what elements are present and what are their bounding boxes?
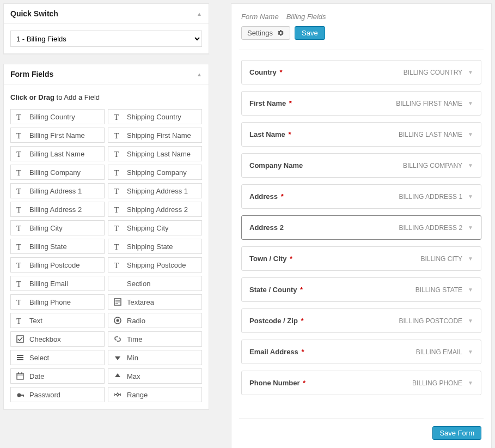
form-field-row[interactable]: Address 2BILLING ADDRESS 2▼ (241, 215, 481, 240)
field-type-label: Radio (127, 317, 145, 325)
field-type-button[interactable]: Textarea (108, 294, 202, 310)
text-icon (15, 224, 25, 232)
field-type-button[interactable]: Billing Phone (10, 294, 105, 310)
field-type-button[interactable]: Shipping Address 1 (108, 183, 202, 198)
form-name-value: Billing Fields (286, 13, 326, 21)
field-type-button[interactable]: Billing Email (10, 276, 105, 291)
required-asterisk: * (301, 317, 303, 325)
field-type-button[interactable]: Shipping Postcode (108, 257, 202, 273)
field-type-button[interactable]: Billing Address 1 (10, 183, 105, 198)
field-label: Postcode / Zip * (249, 317, 304, 325)
field-type-button[interactable]: Shipping First Name (108, 128, 202, 143)
text-icon (113, 168, 123, 176)
form-field-row[interactable]: Postcode / Zip *BILLING POSTCODE▼ (241, 308, 481, 333)
field-label: Company Name (249, 161, 303, 169)
date-icon (15, 372, 25, 380)
field-type-button[interactable]: Time (108, 331, 202, 347)
text-icon (15, 298, 25, 306)
quick-switch-body: 1 - Billing Fields (4, 24, 209, 53)
form-field-row[interactable]: Phone Number *BILLING PHONE▼ (241, 371, 481, 395)
field-type-label: Shipping Country (127, 113, 181, 121)
text-icon (113, 224, 123, 232)
quick-switch-header[interactable]: Quick Switch ▲ (4, 4, 209, 24)
field-label: Address 2 (249, 223, 284, 232)
field-type-button[interactable]: Password (10, 387, 105, 402)
radio-icon (113, 317, 123, 324)
checkbox-icon (15, 335, 25, 343)
form-field-row[interactable]: Company NameBILLING COMPANY▼ (241, 153, 481, 178)
form-field-row[interactable]: State / County *BILLING STATE▼ (241, 277, 481, 302)
text-icon (15, 261, 25, 269)
text-icon (113, 243, 123, 250)
field-type-label: Shipping Last Name (127, 150, 191, 158)
field-type-button[interactable]: Shipping State (108, 239, 202, 254)
field-type-label: Billing Last Name (29, 150, 84, 158)
text-icon (113, 131, 123, 139)
field-type-label: Billing Email (29, 280, 68, 288)
field-type-button[interactable]: Max (108, 368, 202, 384)
field-type-button[interactable]: Section (108, 276, 202, 291)
field-type-button[interactable]: Billing City (10, 220, 105, 235)
field-type-label: Billing Country (29, 113, 75, 121)
field-type-button[interactable]: Radio (108, 313, 202, 328)
field-type-button[interactable]: Text (10, 313, 105, 328)
field-type-button[interactable]: Shipping City (108, 220, 202, 235)
down-icon (113, 354, 123, 361)
required-asterisk: * (290, 255, 292, 263)
form-footer: Save Form (239, 418, 484, 447)
field-type-button[interactable]: Billing Company (10, 165, 105, 180)
field-type-button[interactable]: Billing Country (10, 109, 105, 124)
quick-switch-select[interactable]: 1 - Billing Fields (10, 31, 202, 47)
chevron-down-icon: ▼ (468, 162, 473, 168)
field-type-button[interactable]: Shipping Address 2 (108, 202, 202, 217)
field-tag: BILLING FIRST NAME (396, 100, 462, 107)
field-tag-area: BILLING CITY▼ (420, 255, 473, 263)
settings-button-label: Settings (247, 29, 273, 37)
field-type-button[interactable]: Billing First Name (10, 128, 105, 143)
chevron-down-icon: ▼ (468, 287, 473, 293)
field-tag: BILLING ADDRESS 1 (399, 193, 462, 201)
field-type-button[interactable]: Shipping Last Name (108, 146, 202, 161)
form-field-row[interactable]: Email Address *BILLING EMAIL▼ (241, 340, 481, 364)
text-icon (15, 150, 25, 158)
chevron-down-icon: ▼ (468, 380, 473, 386)
form-fields-title: Form Fields (10, 70, 53, 78)
field-type-label: Shipping City (127, 224, 169, 232)
field-type-label: Shipping Address 1 (127, 187, 188, 195)
field-type-button[interactable]: Billing Postcode (10, 257, 105, 273)
field-type-button[interactable]: Date (10, 368, 105, 384)
link-icon (113, 335, 123, 343)
form-field-row[interactable]: Town / City *BILLING CITY▼ (241, 246, 481, 271)
field-type-button[interactable]: Billing Last Name (10, 146, 105, 161)
field-label: Email Address * (249, 348, 304, 356)
field-type-button[interactable]: Checkbox (10, 331, 105, 347)
password-icon (15, 391, 25, 398)
text-icon (113, 113, 123, 120)
form-field-row[interactable]: First Name *BILLING FIRST NAME▼ (241, 91, 481, 116)
field-type-button[interactable]: Shipping Country (108, 109, 202, 124)
text-icon (15, 187, 25, 195)
form-field-row[interactable]: Last Name *BILLING LAST NAME▼ (241, 122, 481, 147)
field-type-button[interactable]: Range (108, 387, 202, 402)
hint-rest: to Add a Field (54, 93, 100, 101)
field-type-button[interactable]: Select (10, 350, 105, 365)
field-tag: BILLING LAST NAME (399, 131, 462, 138)
quick-switch-title: Quick Switch (10, 9, 58, 18)
field-type-button[interactable]: Billing Address 2 (10, 202, 105, 217)
save-button[interactable]: Save (295, 26, 325, 40)
form-field-row[interactable]: Country *BILLING COUNTRY▼ (241, 60, 481, 84)
form-fields-header[interactable]: Form Fields ▲ (4, 64, 209, 84)
field-label: Phone Number * (249, 379, 305, 387)
save-form-button[interactable]: Save Form (432, 426, 481, 440)
field-type-label: Shipping Address 2 (127, 205, 188, 214)
required-asterisk: * (301, 348, 304, 356)
field-type-button[interactable]: Min (108, 350, 202, 365)
form-field-row[interactable]: Address *BILLING ADDRESS 1▼ (241, 184, 481, 209)
required-asterisk: * (288, 130, 291, 138)
field-type-button[interactable]: Billing State (10, 239, 105, 254)
field-tag-area: BILLING PHONE▼ (412, 379, 473, 387)
settings-button[interactable]: Settings (241, 26, 290, 40)
field-type-label: Shipping Company (127, 168, 187, 177)
text-icon (113, 150, 123, 158)
field-type-button[interactable]: Shipping Company (108, 165, 202, 180)
